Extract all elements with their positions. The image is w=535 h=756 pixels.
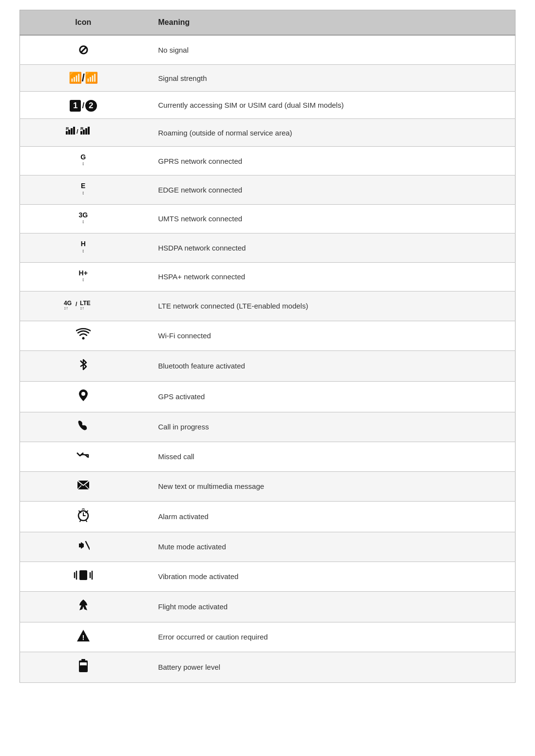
meaning-cell: Currently accessing SIM or USIM card (du… xyxy=(147,92,516,119)
icon-column-header: Icon xyxy=(20,10,147,36)
svg-point-16 xyxy=(82,337,84,339)
meaning-column-header: Meaning xyxy=(147,10,516,36)
icon-cell: G ↕ xyxy=(20,147,147,175)
meaning-cell: Mute mode activated xyxy=(147,532,516,562)
meaning-cell: Signal strength xyxy=(147,65,516,92)
meaning-cell: HSDPA network connected xyxy=(147,233,516,262)
icon-cell: 4G ↕↑ / LTE ↕↑ xyxy=(20,291,147,321)
icon-cell: E ↕ xyxy=(20,175,147,204)
svg-rect-42 xyxy=(80,665,87,671)
table-row: GPS activated xyxy=(20,381,516,412)
icon-cell xyxy=(20,412,147,442)
meaning-cell: Flight mode activated xyxy=(147,591,516,622)
table-row: 📶/📶Signal strength xyxy=(20,65,516,92)
table-row: E ↕ EDGE network connected xyxy=(20,175,516,204)
table-row: Mute mode activated xyxy=(20,532,516,562)
icon-cell: 1 / 2 xyxy=(20,92,147,119)
table-row: Call in progress xyxy=(20,412,516,442)
svg-text:/: / xyxy=(76,301,77,308)
meaning-cell: Call in progress xyxy=(147,412,516,442)
table-row: Alarm activated xyxy=(20,501,516,532)
svg-point-17 xyxy=(81,392,85,396)
table-header-row: Icon Meaning xyxy=(20,10,516,36)
icon-cell xyxy=(20,350,147,381)
icon-cell: ! xyxy=(20,622,147,652)
svg-rect-7 xyxy=(80,131,82,135)
svg-line-28 xyxy=(80,520,81,522)
meaning-cell: Alarm activated xyxy=(147,501,516,532)
icon-cell xyxy=(20,442,147,471)
svg-rect-2 xyxy=(68,130,70,135)
meaning-cell: GPS activated xyxy=(147,381,516,412)
svg-rect-9 xyxy=(85,128,87,135)
table-row: Battery power level xyxy=(20,652,516,682)
icon-cell xyxy=(20,321,147,350)
table-row: H+ ↕ HSPA+ network connected xyxy=(20,262,516,291)
meaning-cell: GPRS network connected xyxy=(147,147,516,175)
icon-cell xyxy=(20,381,147,412)
icon-cell xyxy=(20,501,147,532)
icon-cell: 📶/📶 xyxy=(20,65,147,92)
icon-cell xyxy=(20,652,147,682)
svg-text:!: ! xyxy=(82,633,84,641)
meaning-cell: No signal xyxy=(147,35,516,65)
table-row: Missed call xyxy=(20,442,516,471)
table-row: ! Error occurred or caution required xyxy=(20,622,516,652)
meaning-cell: Error occurred or caution required xyxy=(147,622,516,652)
table-row: Bluetooth feature activated xyxy=(20,350,516,381)
meaning-cell: EDGE network connected xyxy=(147,175,516,204)
svg-text:↕↑: ↕↑ xyxy=(80,306,84,310)
meaning-cell: HSPA+ network connected xyxy=(147,262,516,291)
table-row: 3G ↕ UMTS network connected xyxy=(20,204,516,233)
svg-rect-4 xyxy=(73,127,75,135)
icon-cell: ⊘ xyxy=(20,35,147,65)
table-row: ⊘No signal xyxy=(20,35,516,65)
table-row: Vibration mode activated xyxy=(20,562,516,591)
meaning-cell: Vibration mode activated xyxy=(147,562,516,591)
meaning-cell: Roaming (outside of normal service area) xyxy=(147,119,516,147)
meaning-cell: Missed call xyxy=(147,442,516,471)
icon-cell: H+ ↕ xyxy=(20,262,147,291)
meaning-cell: Wi-Fi connected xyxy=(147,321,516,350)
icon-cell: R / R xyxy=(20,119,147,147)
svg-line-31 xyxy=(86,542,90,549)
svg-rect-1 xyxy=(66,131,68,135)
icon-cell xyxy=(20,562,147,591)
svg-text:↕↑: ↕↑ xyxy=(64,306,68,310)
meaning-cell: Battery power level xyxy=(147,652,516,682)
table-row: H ↕ HSDPA network connected xyxy=(20,233,516,262)
svg-rect-30 xyxy=(79,543,82,547)
svg-line-29 xyxy=(86,520,87,522)
table-row: R / R Roaming (outside of normal service… xyxy=(20,119,516,147)
meaning-cell: LTE network connected (LTE-enabled model… xyxy=(147,291,516,321)
icon-cell xyxy=(20,532,147,562)
table-row: Wi-Fi connected xyxy=(20,321,516,350)
svg-text:/: / xyxy=(76,128,78,135)
icon-cell: 3G ↕ xyxy=(20,204,147,233)
table-row: 4G ↕↑ / LTE ↕↑ LTE network connected (LT… xyxy=(20,291,516,321)
main-container: Icon Meaning ⊘No signal📶/📶Signal strengt… xyxy=(0,0,535,693)
svg-rect-8 xyxy=(83,130,85,135)
icon-cell xyxy=(20,591,147,622)
svg-rect-39 xyxy=(81,659,85,660)
table-row: Flight mode activated xyxy=(20,591,516,622)
meaning-cell: New text or multimedia message xyxy=(147,471,516,501)
meaning-cell: Bluetooth feature activated xyxy=(147,350,516,381)
svg-rect-3 xyxy=(71,128,73,135)
meaning-cell: UMTS network connected xyxy=(147,204,516,233)
table-row: New text or multimedia message xyxy=(20,471,516,501)
icon-cell xyxy=(20,471,147,501)
icon-cell: H ↕ xyxy=(20,233,147,262)
icon-reference-table: Icon Meaning ⊘No signal📶/📶Signal strengt… xyxy=(19,10,516,683)
table-row: 1 / 2 Currently accessing SIM or USIM ca… xyxy=(20,92,516,119)
table-row: G ↕ GPRS network connected xyxy=(20,147,516,175)
svg-rect-32 xyxy=(79,570,87,580)
svg-rect-10 xyxy=(88,127,90,135)
